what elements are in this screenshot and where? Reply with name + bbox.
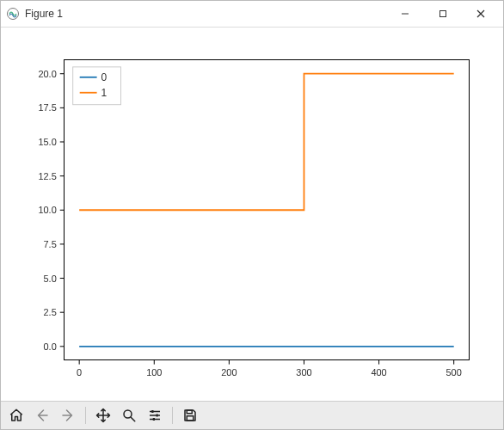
arrow-left-icon bbox=[34, 408, 50, 423]
svg-rect-48 bbox=[153, 418, 155, 421]
zoom-button[interactable] bbox=[117, 403, 141, 427]
svg-text:2.5: 2.5 bbox=[44, 307, 57, 317]
titlebar: Figure 1 bbox=[1, 1, 503, 28]
toolbar-separator bbox=[172, 407, 173, 424]
svg-text:400: 400 bbox=[371, 367, 386, 378]
move-icon bbox=[95, 408, 111, 423]
home-icon bbox=[9, 408, 24, 423]
minimize-button[interactable] bbox=[386, 2, 424, 26]
svg-text:15.0: 15.0 bbox=[38, 137, 56, 147]
svg-text:300: 300 bbox=[296, 367, 311, 378]
maximize-button[interactable] bbox=[424, 2, 462, 26]
svg-rect-49 bbox=[187, 410, 192, 414]
window-title: Figure 1 bbox=[25, 8, 63, 20]
svg-rect-46 bbox=[151, 410, 153, 413]
svg-text:100: 100 bbox=[146, 367, 162, 378]
svg-text:5.0: 5.0 bbox=[44, 273, 57, 284]
svg-text:17.5: 17.5 bbox=[38, 102, 56, 113]
toolbar-separator bbox=[85, 407, 86, 424]
subplots-button[interactable] bbox=[143, 403, 167, 427]
svg-text:12.5: 12.5 bbox=[38, 171, 56, 181]
svg-text:0: 0 bbox=[77, 367, 82, 378]
svg-rect-2 bbox=[440, 11, 446, 17]
line-chart: 01002003004005000.02.55.07.510.012.515.0… bbox=[1, 28, 503, 402]
svg-rect-50 bbox=[187, 416, 194, 421]
svg-text:0: 0 bbox=[101, 71, 108, 83]
svg-rect-47 bbox=[157, 415, 158, 417]
series-line bbox=[79, 74, 454, 211]
svg-text:20.0: 20.0 bbox=[38, 69, 56, 79]
svg-line-42 bbox=[131, 417, 135, 421]
home-button[interactable] bbox=[4, 403, 28, 427]
svg-rect-36 bbox=[73, 67, 121, 105]
save-button[interactable] bbox=[178, 403, 202, 427]
svg-text:200: 200 bbox=[221, 367, 237, 378]
svg-text:0.0: 0.0 bbox=[44, 341, 57, 352]
app-icon bbox=[6, 7, 20, 21]
svg-text:500: 500 bbox=[446, 367, 462, 378]
zoom-icon bbox=[121, 408, 137, 423]
legend: 01 bbox=[73, 67, 121, 105]
svg-text:7.5: 7.5 bbox=[44, 239, 57, 249]
plot-area[interactable]: 01002003004005000.02.55.07.510.012.515.0… bbox=[1, 28, 503, 401]
figure-window: Figure 1 01002003004005000.02.55.07.510.… bbox=[0, 0, 504, 430]
svg-point-41 bbox=[124, 410, 132, 418]
forward-button[interactable] bbox=[56, 403, 80, 427]
arrow-right-icon bbox=[60, 408, 76, 423]
pan-button[interactable] bbox=[91, 403, 115, 427]
svg-text:1: 1 bbox=[101, 87, 108, 99]
save-icon bbox=[182, 408, 198, 423]
sliders-icon bbox=[147, 408, 163, 423]
nav-toolbar bbox=[1, 401, 503, 429]
svg-text:10.0: 10.0 bbox=[38, 205, 56, 215]
close-button[interactable] bbox=[462, 2, 500, 26]
back-button[interactable] bbox=[30, 403, 54, 427]
